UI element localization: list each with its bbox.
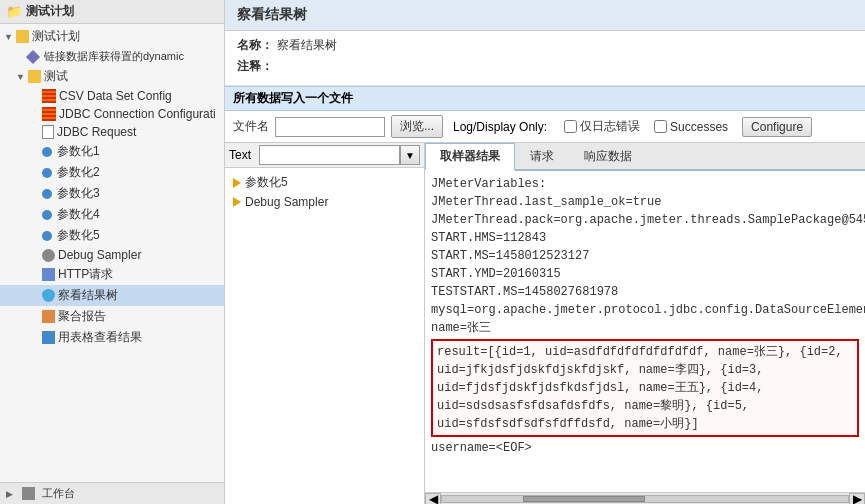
result-tree-label: Debug Sampler	[245, 195, 328, 209]
title-text: 察看结果树	[237, 6, 307, 22]
file-label: 文件名	[233, 118, 269, 135]
browse-button[interactable]: 浏览...	[391, 115, 443, 138]
tree-label: Debug Sampler	[58, 248, 141, 262]
tree-label: 参数化4	[57, 206, 100, 223]
tree-item-http[interactable]: HTTP请求	[0, 264, 224, 285]
tree-item-param4[interactable]: 参数化4	[0, 204, 224, 225]
successes-label: Successes	[670, 120, 728, 134]
tree-area: ▼ 测试计划 链接数据库获得置的dynamic ▼ 测试 CSV Data Se…	[0, 24, 224, 482]
workbench-icon	[22, 487, 35, 500]
tree-label: CSV Data Set Config	[59, 89, 172, 103]
left-panel: 📁 测试计划 ▼ 测试计划 链接数据库获得置的dynamic ▼ 测试 CSV …	[0, 0, 225, 504]
result-tree-content: 参数化5 Debug Sampler	[225, 168, 424, 504]
result-area: Text ▼ 参数化5 Debug Sampler	[225, 142, 865, 504]
workbench-panel[interactable]: ▶ 工作台	[0, 482, 224, 504]
eye-icon	[42, 289, 55, 302]
tree-item-jdbc[interactable]: JDBC Connection Configurati	[0, 105, 224, 123]
tree-label: 测试计划	[32, 28, 80, 45]
tree-label: 参数化1	[57, 143, 100, 160]
tree-item-link[interactable]: 链接数据库获得置的dynamic	[0, 47, 224, 66]
detail-line-2: JMeterThread.pack=org.apache.jmeter.thre…	[431, 211, 859, 229]
result-tree-item-param5[interactable]: 参数化5	[229, 172, 420, 193]
tree-item-jdbc-req[interactable]: JDBC Request	[0, 123, 224, 141]
name-row: 名称： 察看结果树	[237, 37, 853, 54]
successes-checkbox-label[interactable]: Successes	[654, 120, 728, 134]
tab-response-data[interactable]: 响应数据	[569, 143, 647, 169]
result-right: 取样器结果 请求 响应数据 JMeterVariables: JMeterThr…	[425, 143, 865, 504]
text-filter-input[interactable]	[259, 145, 400, 165]
file-input[interactable]	[275, 117, 385, 137]
report-icon	[42, 310, 55, 323]
tree-label: JDBC Connection Configurati	[59, 107, 216, 121]
configure-button[interactable]: Configure	[742, 117, 812, 137]
folder-icon: 📁	[6, 4, 22, 19]
name-value: 察看结果树	[277, 37, 337, 54]
tree-label: 测试	[44, 68, 68, 85]
tree-item-param1[interactable]: 参数化1	[0, 141, 224, 162]
tree-item-test[interactable]: ▼ 测试	[0, 66, 224, 87]
file-row: 文件名 浏览... Log/Display Only: 仅日志错误 Succes…	[225, 111, 865, 142]
successes-checkbox[interactable]	[654, 120, 667, 133]
detail-content: JMeterVariables: JMeterThread.last_sampl…	[425, 171, 865, 492]
tree-label: 链接数据库获得置的dynamic	[44, 49, 184, 64]
expand-arrow: ▼	[16, 72, 26, 82]
page-icon	[42, 125, 54, 139]
comment-label: 注释：	[237, 58, 277, 75]
result-tree-item-debug[interactable]: Debug Sampler	[229, 193, 420, 211]
tree-label: 聚合报告	[58, 308, 106, 325]
result-left: Text ▼ 参数化5 Debug Sampler	[225, 143, 425, 504]
csv-icon	[42, 89, 56, 103]
circle-icon	[42, 147, 52, 157]
http-icon	[42, 268, 55, 281]
section-header: 所有数据写入一个文件	[225, 86, 865, 111]
tab-label: 响应数据	[584, 149, 632, 163]
tree-item-csv[interactable]: CSV Data Set Config	[0, 87, 224, 105]
detail-last-line: username=<EOF>	[431, 439, 859, 457]
text-label: Text	[229, 148, 251, 162]
circle-icon	[42, 231, 52, 241]
triangle-icon	[233, 197, 241, 207]
tree-item-view-tree[interactable]: 察看结果树	[0, 285, 224, 306]
detail-line-5: START.YMD=20160315	[431, 265, 859, 283]
jdbc-icon	[42, 107, 56, 121]
detail-line-6: TESTSTART.MS=1458027681978	[431, 283, 859, 301]
tree-label: 参数化5	[57, 227, 100, 244]
tree-item-param3[interactable]: 参数化3	[0, 183, 224, 204]
folder-icon	[28, 70, 41, 83]
tree-item-param2[interactable]: 参数化2	[0, 162, 224, 183]
scrollbar-thumb[interactable]	[523, 496, 645, 502]
scroll-left-btn[interactable]: ◀	[425, 493, 441, 505]
tree-label: 察看结果树	[58, 287, 118, 304]
debug-icon	[42, 249, 55, 262]
tree-item-test-plan[interactable]: ▼ 测试计划	[0, 26, 224, 47]
tree-item-table[interactable]: 用表格查看结果	[0, 327, 224, 348]
log-error-checkbox-label[interactable]: 仅日志错误	[564, 118, 640, 135]
scrollbar-track[interactable]	[441, 495, 849, 503]
result-left-header: Text ▼	[225, 143, 424, 168]
horizontal-scrollbar[interactable]: ◀ ▶	[425, 492, 865, 504]
panel-title: 察看结果树	[225, 0, 865, 31]
tree-item-debug[interactable]: Debug Sampler	[0, 246, 224, 264]
tab-sample-result[interactable]: 取样器结果	[425, 143, 515, 171]
tab-label: 取样器结果	[440, 149, 500, 163]
tree-label: 参数化2	[57, 164, 100, 181]
comment-row: 注释：	[237, 58, 853, 75]
tab-label: 请求	[530, 149, 554, 163]
tree-item-report[interactable]: 聚合报告	[0, 306, 224, 327]
scroll-right-btn[interactable]: ▶	[849, 493, 865, 505]
tab-request[interactable]: 请求	[515, 143, 569, 169]
tree-label: JDBC Request	[57, 125, 136, 139]
section-header-text: 所有数据写入一个文件	[233, 91, 353, 105]
dropdown-button[interactable]: ▼	[400, 145, 420, 165]
log-error-label: 仅日志错误	[580, 118, 640, 135]
circle-icon	[42, 210, 52, 220]
tree-label: 参数化3	[57, 185, 100, 202]
workbench-label: 工作台	[42, 486, 75, 501]
tree-item-param5[interactable]: 参数化5	[0, 225, 224, 246]
detail-line-4: START.MS=1458012523127	[431, 247, 859, 265]
test-plan-title: 测试计划	[26, 3, 74, 20]
table-icon	[42, 331, 55, 344]
circle-icon	[42, 168, 52, 178]
log-error-checkbox[interactable]	[564, 120, 577, 133]
detail-line-8: name=张三	[431, 319, 859, 337]
